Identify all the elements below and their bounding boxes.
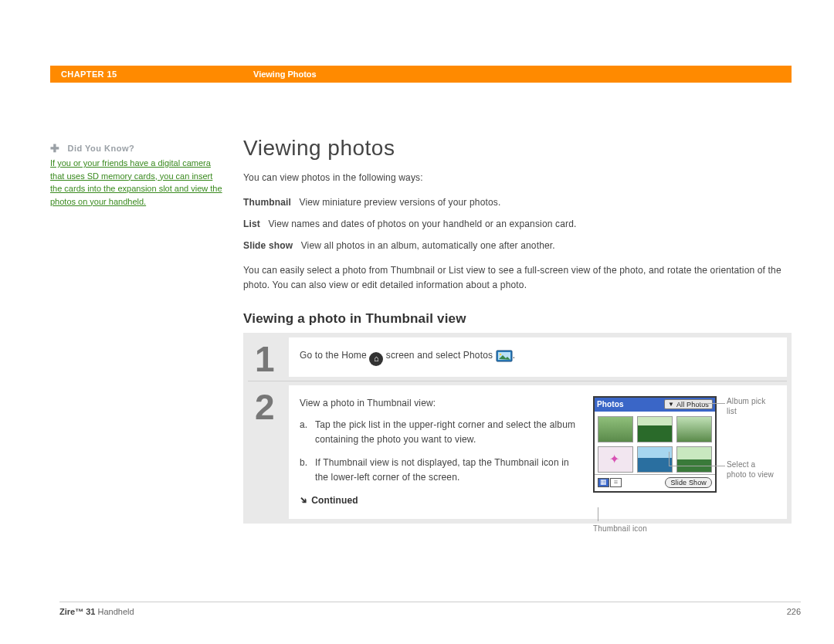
step-2-lead: View a photo in Thumbnail view:: [300, 396, 579, 411]
def-list-key: List: [243, 219, 260, 229]
def-list-val: View names and dates of photos on your h…: [268, 219, 576, 229]
album-picklist-value: All Photos: [676, 400, 709, 409]
section-title: Viewing Photos: [253, 69, 317, 79]
step-2b: b.If Thumbnail view is not displayed, ta…: [300, 456, 579, 485]
home-icon: ⌂: [369, 352, 383, 366]
chapter-label: CHAPTER 15: [50, 69, 253, 79]
main-content: Viewing photos You can view photos in th…: [243, 141, 792, 524]
callout-line: [669, 466, 725, 466]
shot-titlebar: Photos ▼All Photos: [595, 398, 715, 412]
callout-line: [598, 507, 598, 521]
screenshot-wrapper: Photos ▼All Photos: [593, 396, 775, 508]
step-1-text-b: screen and select Photos: [386, 350, 493, 361]
step-2: 2 View a photo in Thumbnail view: a.Tap …: [244, 381, 791, 523]
step-1-text-c: .: [513, 350, 515, 361]
product-name: Zire™ 31 Handheld: [59, 607, 134, 616]
triangle-down-icon: ▼: [668, 400, 674, 409]
shot-footer: ▦ ≡ Slide Show: [595, 474, 715, 491]
step-2b-text: If Thumbnail view is not displayed, tap …: [315, 457, 569, 483]
step-1-number: 1: [244, 334, 289, 381]
def-thumbnail: Thumbnail View miniature preview version…: [243, 195, 792, 210]
callout-line: [669, 452, 670, 466]
page-footer: Zire™ 31 Handheld 226: [59, 602, 801, 616]
def-slideshow-key: Slide show: [243, 240, 293, 251]
step-2-number: 2: [244, 381, 289, 523]
def-slideshow: Slide show View all photos in an album, …: [243, 239, 792, 253]
photo-thumbnail[interactable]: [637, 446, 673, 473]
def-thumbnail-val: View miniature preview versions of your …: [299, 197, 500, 208]
thumbnail-view-icon[interactable]: ▦: [598, 478, 609, 487]
list-view-icon[interactable]: ≡: [610, 478, 622, 487]
app-screenshot: Photos ▼All Photos: [593, 396, 717, 493]
photo-thumbnail[interactable]: [676, 416, 712, 442]
sidebar: ✚ Did You Know? If you or your friends h…: [50, 141, 243, 524]
steps-container: 1 Go to the Home ⌂ screen and select Pho…: [243, 333, 792, 524]
slideshow-button[interactable]: Slide Show: [665, 477, 712, 488]
callout-select: Select a photo to view: [727, 459, 775, 480]
did-you-know-text[interactable]: If you or your friends have a digital ca…: [50, 157, 225, 208]
paragraph-2: You can easily select a photo from Thumb…: [243, 263, 792, 293]
page-heading: Viewing photos: [243, 136, 792, 161]
step-1-text-a: Go to the Home: [300, 350, 367, 361]
thumbnail-grid: [595, 412, 715, 474]
step-1-content: Go to the Home ⌂ screen and select Photo…: [289, 337, 787, 377]
did-you-know-title: Did You Know?: [67, 144, 134, 153]
step-2b-marker: b.: [300, 456, 307, 470]
step-2a: a.Tap the pick list in the upper-right c…: [300, 418, 579, 447]
intro-paragraph: You can view photos in the following way…: [243, 171, 792, 185]
svg-point-2: [499, 354, 501, 356]
step-1: 1 Go to the Home ⌂ screen and select Pho…: [244, 334, 791, 381]
product-name-bold: Zire™ 31: [59, 607, 95, 616]
photo-thumbnail[interactable]: [598, 446, 633, 473]
plus-icon: ✚: [50, 142, 59, 154]
chapter-header: CHAPTER 15 Viewing Photos: [50, 66, 792, 83]
callout-thumbnail-icon: Thumbnail icon: [593, 524, 647, 534]
photos-app-icon: [496, 348, 513, 362]
callout-picklist: Album pick list: [727, 396, 775, 416]
step-2-content: View a photo in Thumbnail view: a.Tap th…: [289, 385, 787, 519]
subsection-heading: Viewing a photo in Thumbnail view: [243, 311, 792, 327]
def-list: List View names and dates of photos on y…: [243, 217, 792, 232]
continued-label: ➔Continued: [300, 493, 579, 508]
shot-title: Photos: [597, 397, 624, 412]
photo-thumbnail[interactable]: [676, 446, 712, 473]
continued-arrow-icon: ➔: [296, 493, 312, 509]
callout-line: [697, 403, 725, 404]
def-slideshow-val: View all photos in an album, automatical…: [301, 240, 555, 251]
product-name-light: Handheld: [98, 607, 134, 616]
step-2a-text: Tap the pick list in the upper-right cor…: [315, 419, 575, 445]
def-thumbnail-key: Thumbnail: [243, 197, 291, 208]
step-2a-marker: a.: [300, 418, 307, 432]
album-picklist[interactable]: ▼All Photos: [664, 399, 713, 409]
page-number: 226: [787, 607, 801, 616]
photo-thumbnail[interactable]: [598, 416, 633, 442]
continued-text: Continued: [311, 495, 358, 506]
photo-thumbnail[interactable]: [637, 416, 673, 442]
